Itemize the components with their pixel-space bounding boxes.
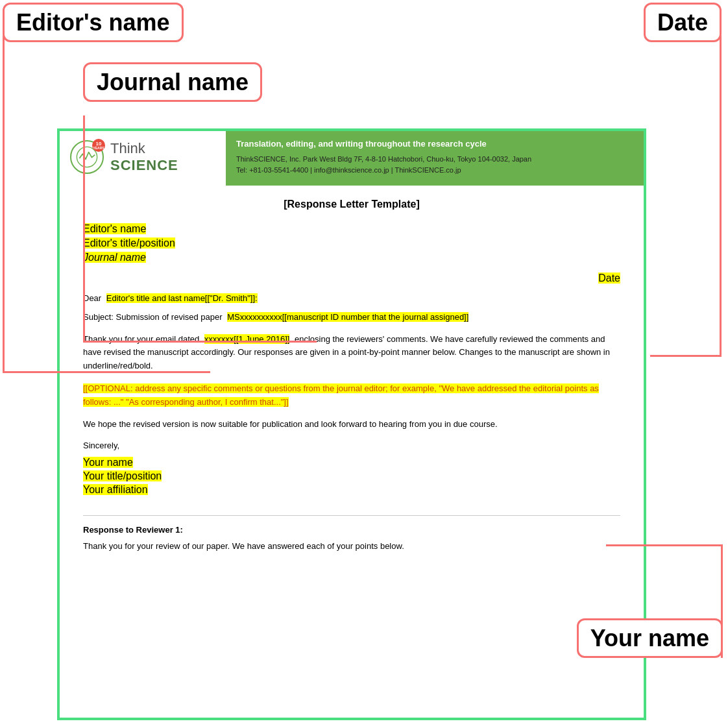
date-highlight: Date	[598, 273, 620, 284]
sig-your-name: Your name	[83, 457, 620, 468]
journal-name-label: Journal name	[83, 62, 262, 102]
reviewer-heading: Response to Reviewer 1:	[83, 525, 620, 535]
body-paragraph-2: We hope the revised version is now suita…	[83, 418, 620, 431]
date-bracket	[650, 36, 722, 357]
signature-block: Your name Your title/position Your affil…	[83, 457, 620, 496]
reviewer-section: Response to Reviewer 1: Thank you for yo…	[83, 515, 620, 553]
optional-highlight: [[OPTIONAL: address any specific comment…	[83, 383, 599, 407]
sincerely-line: Sincerely,	[83, 441, 620, 450]
sig-name-highlight: Your name	[83, 457, 133, 468]
optional-block: [[OPTIONAL: address any specific comment…	[83, 382, 620, 409]
sig-your-affiliation: Your affiliation	[83, 484, 620, 496]
sig-affiliation-highlight: Your affiliation	[83, 484, 148, 495]
date-label: Date	[644, 3, 722, 42]
sig-title-highlight: Your title/position	[83, 470, 162, 481]
editors-name-label: Editor's name	[3, 3, 184, 42]
your-name-label: Your name	[577, 618, 723, 658]
reviewer-text: Thank you for your review of our paper. …	[83, 540, 620, 553]
journal-name-bracket	[83, 115, 317, 343]
sig-your-title: Your title/position	[83, 470, 620, 482]
